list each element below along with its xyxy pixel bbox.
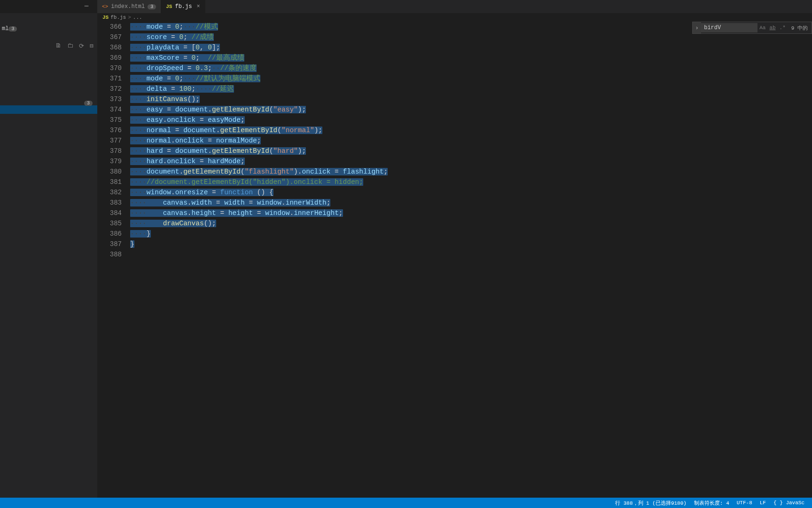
code-editor[interactable]: 3663673683693703713723733743753763773783… bbox=[97, 22, 812, 498]
whole-word-icon[interactable]: ab bbox=[767, 25, 777, 31]
refresh-icon[interactable]: ⟳ bbox=[79, 42, 84, 50]
sidebar-item[interactable]: 3 bbox=[82, 100, 97, 107]
sidebar-badge: 3 bbox=[8, 26, 17, 32]
match-case-icon[interactable]: Aa bbox=[757, 25, 767, 31]
status-encoding[interactable]: UTF-8 bbox=[733, 500, 756, 506]
new-folder-icon[interactable]: 🗀 bbox=[67, 42, 73, 50]
sidebar-item[interactable]: ml 3 bbox=[0, 24, 22, 33]
line-number-gutter: 3663673683693703713723733743753763773783… bbox=[97, 22, 130, 498]
tabs-bar: <>index.html3JSfb.js× bbox=[97, 0, 812, 13]
tab-index-html[interactable]: <>index.html3 bbox=[97, 0, 161, 13]
code-content[interactable]: ····mode = 0;···//模式····score = 0; //成绩·… bbox=[130, 22, 812, 498]
tab-overflow-menu[interactable]: ⋯ bbox=[85, 2, 88, 10]
find-widget: › Aa ab .* 9 中的 bbox=[692, 22, 812, 34]
status-eol[interactable]: LF bbox=[756, 500, 770, 506]
explorer-toolbar: 🗎 🗀 ⟳ ⊟ bbox=[52, 40, 97, 52]
explorer-sidebar: ml 3 🗎 🗀 ⟳ ⊟ 3 bbox=[0, 13, 97, 498]
js-file-icon: JS bbox=[166, 4, 172, 9]
tab-badge: 3 bbox=[148, 4, 156, 9]
breadcrumb-file: fb.js bbox=[110, 15, 126, 20]
status-lang[interactable]: { } JavaSc bbox=[770, 500, 808, 506]
breadcrumb[interactable]: JS fb.js > ... bbox=[0, 13, 812, 22]
status-tabsize[interactable]: 制表符长度: 4 bbox=[690, 500, 733, 507]
collapse-all-icon[interactable]: ⊟ bbox=[90, 42, 94, 50]
status-bar: 行 388，列 1 (已选择9180) 制表符长度: 4 UTF-8 LF { … bbox=[0, 498, 812, 508]
breadcrumb-separator: > bbox=[128, 15, 131, 20]
find-input[interactable] bbox=[701, 23, 757, 32]
find-result-count: 9 中的 bbox=[788, 24, 812, 32]
js-file-icon: JS bbox=[102, 15, 109, 20]
close-icon[interactable]: × bbox=[196, 3, 200, 10]
tab-label: fb.js bbox=[175, 3, 192, 10]
braces-icon: { } bbox=[773, 500, 783, 506]
find-expand-icon[interactable]: › bbox=[693, 22, 701, 33]
breadcrumb-rest: ... bbox=[133, 15, 142, 20]
status-cursor[interactable]: 行 388，列 1 (已选择9180) bbox=[611, 500, 690, 507]
sidebar-item-label: ml bbox=[2, 25, 8, 32]
sidebar-badge: 3 bbox=[84, 101, 93, 106]
tab-label: index.html bbox=[111, 3, 145, 10]
html-file-icon: <> bbox=[102, 4, 108, 9]
new-file-icon[interactable]: 🗎 bbox=[55, 42, 62, 50]
regex-icon[interactable]: .* bbox=[778, 25, 788, 31]
tab-fb-js[interactable]: JSfb.js× bbox=[161, 0, 205, 13]
